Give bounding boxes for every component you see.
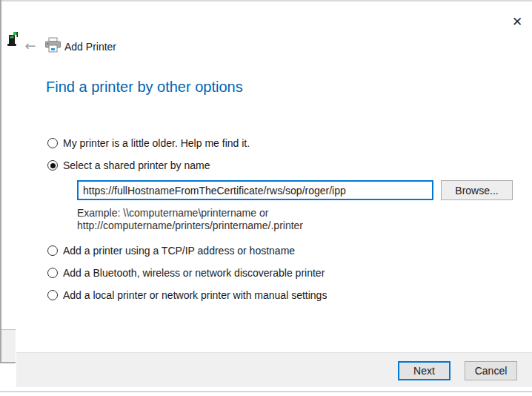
background-window-fragment [1,329,16,363]
option-label: Add a printer using a TCP/IP address or … [63,245,295,257]
printer-icon [44,37,61,56]
browse-button[interactable]: Browse... [441,180,513,200]
option-label: Add a local printer or network printer w… [63,289,327,301]
add-printer-dialog: ✕ ← Add Printer Find a printer by other … [0,0,532,396]
dialog-footer [16,352,532,387]
option-local-manual[interactable]: Add a local printer or network printer w… [47,289,327,301]
back-arrow-icon[interactable]: ← [22,37,39,53]
radio-bluetooth[interactable] [47,268,58,278]
window-top-border [0,0,532,1]
device-install-icon [7,31,19,52]
radio-older-printer[interactable] [47,138,58,148]
radio-tcpip[interactable] [47,245,58,256]
window-left-border [0,0,1,363]
wizard-title: Add Printer [64,41,116,53]
option-shared-printer[interactable]: Select a shared printer by name [47,159,210,171]
option-tcpip[interactable]: Add a printer using a TCP/IP address or … [47,245,295,257]
cancel-button[interactable]: Cancel [465,361,517,380]
option-bluetooth[interactable]: Add a Bluetooth, wireless or network dis… [47,267,325,279]
radio-local-manual[interactable] [47,290,58,300]
example-text: Example: \\computername\printername or h… [77,207,303,232]
radio-shared-printer[interactable] [47,160,58,171]
option-label: Select a shared printer by name [63,159,210,171]
example-line-1: Example: \\computername\printername or [77,207,303,220]
shared-printer-name-input[interactable] [77,180,433,200]
option-older-printer[interactable]: My printer is a little older. Help me fi… [47,137,250,149]
option-label: My printer is a little older. Help me fi… [63,137,250,149]
background-window-edge [0,391,532,392]
next-button[interactable]: Next [398,361,450,380]
option-label: Add a Bluetooth, wireless or network dis… [63,267,325,279]
page-title: Find a printer by other options [46,79,243,96]
close-icon[interactable]: ✕ [507,11,528,32]
example-line-2: http://computername/printers/printername… [77,220,303,232]
